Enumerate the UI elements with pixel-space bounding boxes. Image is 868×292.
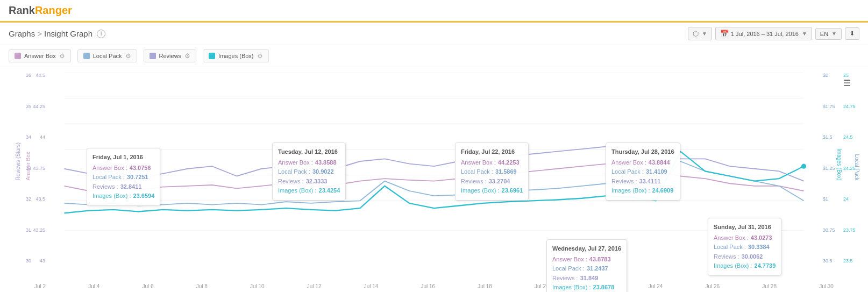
images-box-gear-icon[interactable]: ⚙: [257, 52, 263, 60]
local-pack-color-swatch: [83, 53, 90, 59]
xaxis-label: Jul 4: [88, 283, 99, 289]
y-label-answer-box: Answer Box: [25, 152, 31, 180]
info-icon[interactable]: i: [97, 30, 105, 38]
answer-box-label: Answer Box: [24, 53, 56, 59]
download-button[interactable]: ⬇: [845, 27, 859, 40]
filter-reviews[interactable]: Reviews ⚙: [144, 49, 197, 62]
reviews-label: Reviews: [159, 53, 182, 59]
xaxis-label: Jul 18: [478, 283, 492, 289]
logo-ranger: Ranger: [35, 4, 72, 16]
filter-answer-box[interactable]: Answer Box ⚙: [9, 49, 71, 62]
local-pack-label: Local Pack: [93, 53, 122, 59]
chart-wrap: ☰ 36 35 34 33 32 31 30 44.5 44.25 44 43.…: [9, 73, 859, 282]
date-range-button[interactable]: 📅 1 Jul, 2016 – 31 Jul, 2016 ▼: [715, 27, 812, 40]
language-label: EN: [820, 31, 828, 37]
reviews-color-swatch: [150, 53, 156, 59]
tooltip-jul27-reviews: Reviews : 31.849: [552, 274, 621, 283]
xaxis-label: Jul 14: [364, 283, 379, 289]
breadcrumb-page: Insight Graph: [44, 29, 93, 38]
xaxis-label: Jul 26: [706, 283, 720, 289]
tooltip-jul31-reviews: Reviews : 30.0062: [714, 252, 775, 262]
app-header: RankRanger: [0, 0, 868, 23]
tooltip-jul27-local: Local Pack : 31.2437: [552, 264, 621, 274]
xaxis-label: Jul 10: [250, 283, 265, 289]
filter-bar: Answer Box ⚙ Local Pack ⚙ Reviews ⚙ Imag…: [0, 45, 868, 67]
tooltip-jul27-answer: Answer Box : 43.8783: [552, 255, 621, 265]
cube-icon: ⬡: [693, 30, 699, 38]
xaxis-label: Jul 24: [649, 283, 663, 289]
title-bar: Graphs > Insight Graph i ⬡ ▼ 📅 1 Jul, 20…: [0, 23, 868, 45]
xaxis-label: Jul 8: [196, 283, 208, 289]
breadcrumb-separator: >: [37, 29, 42, 38]
x-axis: Jul 2 Jul 4 Jul 6 Jul 8 Jul 10 Jul 12 Ju…: [9, 282, 859, 289]
tooltip-jul31-images: Images (Box) : 24.7739: [714, 261, 775, 271]
breadcrumb: Graphs > Insight Graph i: [9, 29, 105, 38]
images-box-color-swatch: [209, 53, 215, 59]
local-pack-gear-icon[interactable]: ⚙: [125, 52, 131, 60]
xaxis-label: Jul 22: [592, 283, 606, 289]
calendar-icon: 📅: [720, 30, 729, 38]
xaxis-label: Jul 30: [819, 283, 834, 289]
y-label-reviews: Reviews (Stars): [15, 143, 21, 181]
xaxis-label: Jul 12: [307, 283, 322, 289]
breadcrumb-graphs: Graphs: [9, 29, 35, 38]
logo-rank: Rank: [9, 4, 35, 16]
filter-local-pack[interactable]: Local Pack ⚙: [77, 49, 137, 62]
reviews-gear-icon[interactable]: ⚙: [184, 52, 190, 60]
toolbar-right: ⬡ ▼ 📅 1 Jul, 2016 – 31 Jul, 2016 ▼ EN ▼ …: [688, 27, 859, 40]
language-button[interactable]: EN ▼: [815, 28, 842, 40]
images-box-label: Images (Box): [218, 53, 253, 59]
cube-button[interactable]: ⬡ ▼: [688, 27, 712, 40]
answer-box-gear-icon[interactable]: ⚙: [59, 52, 65, 60]
date-chevron: ▼: [802, 31, 807, 37]
chart-svg: [46, 73, 822, 250]
xaxis-label: Jul 6: [143, 283, 154, 289]
xaxis-label: Jul 2: [34, 283, 46, 289]
download-icon: ⬇: [850, 30, 855, 37]
xaxis-label: Jul 16: [421, 283, 435, 289]
answer-box-color-swatch: [15, 53, 21, 59]
y-label-images-box: Images (Box): [836, 148, 842, 180]
filter-images-box[interactable]: Images (Box) ⚙: [203, 49, 268, 62]
svg-point-7: [801, 164, 806, 169]
chart-container: ☰ 36 35 34 33 32 31 30 44.5 44.25 44 43.…: [0, 67, 868, 292]
date-range-label: 1 Jul, 2016 – 31 Jul, 2016: [731, 31, 799, 37]
xaxis-label: Jul 28: [762, 283, 777, 289]
y-label-local-pack: Local Pack: [854, 154, 860, 181]
app-logo: RankRanger: [9, 4, 72, 17]
xaxis-label: Jul 20: [535, 283, 549, 289]
lang-chevron: ▼: [831, 31, 837, 37]
cube-chevron: ▼: [702, 31, 707, 37]
